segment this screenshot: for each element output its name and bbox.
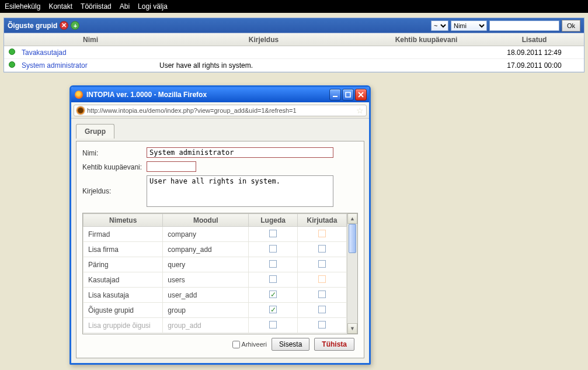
- panel-title: Õiguste grupid: [8, 22, 57, 30]
- perm-name: Lisa gruppide õigusi: [83, 318, 163, 333]
- status-dot-icon: [9, 49, 15, 55]
- write-checkbox[interactable]: [318, 245, 326, 253]
- window-close-button[interactable]: [355, 89, 367, 101]
- read-checkbox[interactable]: [269, 321, 277, 328]
- address-bar: http://www.intopia.eu/demo/index.php?vie…: [71, 102, 369, 119]
- permission-row: Firmadcompany: [83, 227, 347, 242]
- col-name-header[interactable]: Nimi: [19, 36, 159, 44]
- permission-row: Päringquery: [83, 257, 347, 272]
- top-menu: Esilehekülg Kontakt Tööriistad Abi Logi …: [0, 0, 588, 13]
- read-checkbox[interactable]: [269, 260, 277, 268]
- write-checkbox[interactable]: [318, 306, 326, 313]
- bookmark-star-icon[interactable]: ☆: [356, 106, 364, 115]
- groups-panel: Õiguste grupid ✕ + ~ Nimi Ok Nimi Kirjel…: [4, 18, 584, 72]
- status-dot-icon: [9, 61, 15, 68]
- scroll-down-icon[interactable]: ▼: [347, 323, 357, 334]
- row-added: 17.09.2011 00:00: [485, 61, 584, 70]
- table-row[interactable]: System administrator User have all right…: [4, 59, 584, 72]
- permissions-scrollbar[interactable]: ▲ ▼: [347, 213, 357, 334]
- col-nimetus[interactable]: Nimetus: [83, 214, 163, 227]
- archive-label-text: Arhiveeri: [242, 341, 267, 348]
- perm-module: company_add: [163, 242, 249, 257]
- col-moodul[interactable]: Moodul: [163, 214, 249, 227]
- url-field[interactable]: http://www.intopia.eu/demo/index.php?vie…: [74, 105, 367, 116]
- write-checkbox[interactable]: [318, 291, 326, 298]
- col-valid-header[interactable]: Kehtib kuupäevani: [368, 36, 485, 44]
- maximize-button[interactable]: [342, 89, 354, 101]
- write-checkbox[interactable]: [318, 321, 326, 328]
- permissions-table: Nimetus Moodul Lugeda Kirjutada Firmadco…: [83, 213, 347, 333]
- tabset: Grupp: [76, 123, 364, 141]
- scroll-thumb[interactable]: [349, 224, 356, 253]
- permission-row: Lisa gruppide õigusigroup_add: [83, 318, 347, 333]
- col-desc-header[interactable]: Kirjeldus: [159, 36, 368, 44]
- add-icon[interactable]: +: [71, 21, 79, 30]
- window-title: INTOPIA ver. 1.0000 - Mozilla Firefox: [86, 91, 207, 99]
- row-added: 18.09.2011 12:49: [485, 49, 584, 57]
- permissions-box: Nimetus Moodul Lugeda Kirjutada Firmadco…: [82, 213, 358, 334]
- perm-module: query: [163, 257, 249, 272]
- url-text: http://www.intopia.eu/demo/index.php?vie…: [87, 107, 354, 114]
- col-lugeda[interactable]: Lugeda: [249, 214, 298, 227]
- tab-grupp[interactable]: Grupp: [76, 124, 114, 139]
- read-checkbox[interactable]: [269, 245, 277, 253]
- read-checkbox[interactable]: [269, 291, 277, 298]
- perm-name: Firmad: [83, 227, 163, 242]
- menu-help[interactable]: Abi: [120, 2, 130, 11]
- perm-name: Kasutajad: [83, 272, 163, 288]
- archive-checkbox[interactable]: [232, 341, 240, 348]
- header-filter: ~ Nimi Ok: [431, 20, 580, 32]
- label-nimi: Nimi:: [82, 147, 147, 157]
- read-checkbox[interactable]: [269, 306, 277, 313]
- tab-pane: Nimi: Kehtib kuupäevani: Kirjeldus: User…: [76, 141, 364, 358]
- menu-logout[interactable]: Logi välja: [138, 2, 168, 11]
- col-kirjutada[interactable]: Kirjutada: [298, 214, 347, 227]
- popup-content: Grupp Nimi: Kehtib kuupäevani: Kirjeldus…: [71, 119, 369, 363]
- row-name[interactable]: Tavakasutajad: [19, 49, 159, 57]
- cancel-button[interactable]: Tühista: [314, 338, 354, 351]
- titlebar[interactable]: INTOPIA ver. 1.0000 - Mozilla Firefox: [71, 87, 369, 102]
- row-name[interactable]: System administrator: [19, 61, 159, 70]
- menu-tools[interactable]: Tööriistad: [81, 2, 112, 11]
- filter-field-select[interactable]: Nimi: [451, 20, 487, 31]
- perm-name: Lisa kasutaja: [83, 288, 163, 303]
- scroll-up-icon[interactable]: ▲: [347, 213, 357, 224]
- read-checkbox[interactable]: [269, 230, 277, 237]
- svg-rect-1: [346, 92, 350, 97]
- perm-name: Õiguste grupid: [83, 303, 163, 318]
- svg-rect-0: [333, 96, 338, 97]
- close-icon[interactable]: ✕: [60, 21, 68, 30]
- read-checkbox[interactable]: [269, 275, 277, 283]
- nimi-input[interactable]: [147, 147, 333, 158]
- menu-contact[interactable]: Kontakt: [48, 2, 72, 11]
- table-row[interactable]: Tavakasutajad 18.09.2011 12:49: [4, 46, 584, 59]
- kehtib-input[interactable]: [147, 161, 196, 172]
- write-checkbox[interactable]: [318, 275, 326, 283]
- menu-home[interactable]: Esilehekülg: [5, 2, 40, 11]
- label-kirjeldus: Kirjeldus:: [82, 175, 147, 195]
- popup-window: INTOPIA ver. 1.0000 - Mozilla Firefox ht…: [69, 85, 371, 365]
- write-checkbox[interactable]: [318, 260, 326, 268]
- col-added-header[interactable]: Lisatud: [485, 36, 584, 44]
- kirjeldus-textarea[interactable]: User have all rights in system.: [147, 175, 333, 207]
- perm-module: user_add: [163, 288, 249, 303]
- perm-module: group: [163, 303, 249, 318]
- perm-module: users: [163, 272, 249, 288]
- write-checkbox[interactable]: [318, 230, 326, 237]
- permission-row: Lisa firmacompany_add: [83, 242, 347, 257]
- firefox-icon: [75, 91, 83, 99]
- minimize-button[interactable]: [329, 89, 341, 101]
- label-kehtib: Kehtib kuupäevani:: [82, 161, 147, 171]
- filter-search-input[interactable]: [489, 20, 559, 31]
- row-desc: User have all rights in system.: [159, 61, 368, 70]
- favicon-icon: [76, 106, 85, 115]
- permission-row: Kasutajadusers: [83, 272, 347, 288]
- permission-row: Õiguste grupidgroup: [83, 303, 347, 318]
- filter-ok-button[interactable]: Ok: [562, 20, 580, 32]
- perm-name: Päring: [83, 257, 163, 272]
- insert-button[interactable]: Sisesta: [272, 338, 309, 351]
- archive-checkbox-label[interactable]: Arhiveeri: [232, 341, 267, 348]
- filter-op-select[interactable]: ~: [431, 20, 448, 31]
- panel-header: Õiguste grupid ✕ + ~ Nimi Ok: [4, 18, 584, 33]
- perm-module: company: [163, 227, 249, 242]
